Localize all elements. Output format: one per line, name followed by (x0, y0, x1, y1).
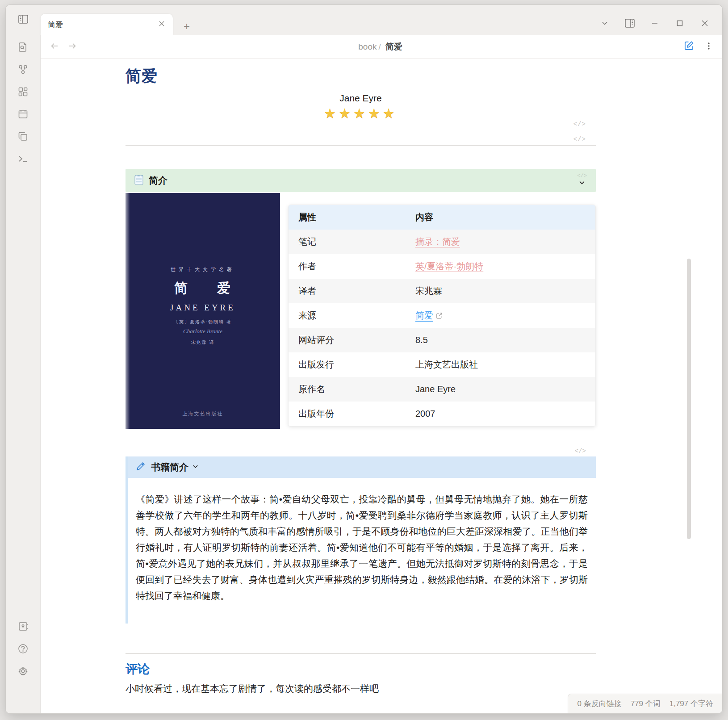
copy-pages-icon[interactable] (17, 131, 29, 142)
table-header-attribute: 属性 (298, 211, 415, 223)
table-row: 出版发行上海文艺出版社 (289, 352, 595, 377)
app-window: 简爱 + (5, 4, 723, 714)
table-row: 译者宋兆霖 (289, 279, 595, 303)
horizontal-rule (126, 145, 596, 146)
cover-publisher: 上海文艺出版社 (126, 410, 280, 417)
cover-title-en: JANE EYRE (126, 303, 280, 313)
summary-callout-title: 书籍简介 (151, 461, 188, 473)
safe-vault-icon[interactable] (17, 621, 29, 632)
more-menu-icon[interactable] (704, 42, 713, 52)
cover-tagline: 世界十大文学名著 (126, 266, 280, 273)
left-dock (6, 35, 41, 713)
tab-menu-chevron-icon[interactable] (599, 17, 611, 29)
vertical-scrollbar[interactable] (687, 259, 691, 539)
graph-view-icon[interactable] (17, 64, 29, 75)
collapse-chevron-icon[interactable] (192, 463, 199, 472)
tab-close-icon[interactable] (157, 19, 167, 30)
code-block-icon[interactable]: </> (573, 136, 586, 143)
word-count: 779 个词 (631, 699, 661, 709)
code-block-icon[interactable]: </> (577, 173, 587, 179)
flashcard-grid-icon[interactable] (17, 86, 29, 97)
calendar-icon[interactable] (17, 109, 29, 120)
summary-callout: 书籍简介 《简爱》讲述了这样一个故事：简•爱自幼父母双亡，投靠冷酷的舅母，但舅母… (126, 456, 596, 624)
tab-jane-eyre[interactable]: 简爱 (41, 14, 173, 35)
code-block-icon[interactable]: </> (573, 121, 586, 128)
breadcrumb[interactable]: book/简爱 (77, 41, 683, 53)
book-subtitle[interactable]: Jane Eyre (126, 93, 596, 104)
comments-heading[interactable]: 评论 (126, 661, 596, 677)
table-row: 出版年份2007 (289, 402, 595, 426)
terminal-icon[interactable] (17, 153, 29, 164)
book-summary-paragraph[interactable]: 《简爱》讲述了这样一个故事：简•爱自幼父母双亡，投靠冷酷的舅母，但舅母无情地抛弃… (136, 491, 588, 604)
page-title[interactable]: 简爱 (126, 66, 596, 87)
row-value: Jane Eyre (415, 384, 586, 394)
collapse-chevron-icon[interactable] (578, 179, 586, 188)
pencil-icon (136, 461, 146, 473)
tab-title: 简爱 (48, 20, 153, 30)
intro-callout: 简介 </> 世界 (126, 169, 596, 429)
row-label: 来源 (298, 310, 415, 322)
table-row: 网站评分8.5 (289, 328, 595, 352)
settings-gear-icon[interactable] (17, 666, 29, 677)
breadcrumb-current[interactable]: 简爱 (385, 42, 402, 51)
title-bar: 简爱 + (6, 5, 722, 35)
notepad-icon (134, 174, 144, 187)
edit-mode-icon[interactable] (683, 40, 695, 53)
maximize-button[interactable] (674, 17, 686, 29)
row-value: 摘录：简爱 (415, 236, 586, 248)
char-count: 1,797 个字符 (669, 699, 713, 709)
table-row: 笔记摘录：简爱 (289, 230, 595, 254)
title-attributes: Jane Eyre ★★★★★ </> </> (126, 93, 596, 121)
summary-callout-header[interactable]: 书籍简介 (128, 456, 596, 478)
intro-callout-title: 简介 (149, 174, 577, 187)
breadcrumb-separator: / (378, 42, 381, 51)
minimize-button[interactable] (649, 17, 661, 29)
row-label: 笔记 (298, 236, 415, 248)
breadcrumb-parent[interactable]: book (358, 42, 377, 51)
back-button[interactable] (50, 41, 59, 53)
editor-scroll-area[interactable]: 简爱 Jane Eyre ★★★★★ </> </> (41, 59, 722, 713)
table-header-content: 内容 (415, 211, 586, 223)
row-label: 网站评分 (298, 334, 415, 346)
tab-bar: 简爱 + (41, 5, 599, 35)
status-bar: 0 条反向链接 779 个词 1,797 个字符 (568, 694, 722, 713)
row-value: 英/夏洛蒂·勃朗特 (415, 260, 586, 272)
row-label: 译者 (298, 285, 415, 297)
cover-author-en: Charlotte Bronte (126, 328, 280, 335)
file-tree-icon[interactable] (17, 42, 29, 53)
window-controls (599, 5, 722, 35)
table-header-row: 属性 内容 (289, 205, 595, 230)
table-row: 原作名Jane Eyre (289, 377, 595, 402)
cover-translator: 宋兆霖 译 (126, 339, 280, 346)
dock-panel-icon[interactable] (624, 17, 636, 29)
intro-callout-header[interactable]: 简介 </> (126, 169, 596, 192)
block-ref-link[interactable]: 英/夏洛蒂·勃朗特 (415, 261, 483, 271)
sidebar-toggle-icon[interactable] (17, 13, 29, 27)
row-label: 出版年份 (298, 408, 415, 420)
help-icon[interactable] (17, 643, 29, 654)
table-row: 来源简爱 (289, 303, 595, 328)
horizontal-rule (126, 653, 596, 654)
external-link-icon (433, 310, 443, 320)
external-link[interactable]: 简爱 (415, 310, 433, 320)
row-value: 2007 (415, 409, 586, 419)
row-value: 上海文艺出版社 (415, 359, 586, 371)
forward-button[interactable] (67, 41, 77, 53)
star-rating[interactable]: ★★★★★ (126, 105, 596, 121)
row-label: 出版发行 (298, 359, 415, 371)
close-window-button[interactable] (699, 17, 711, 29)
attributes-table: 属性 内容 笔记摘录：简爱作者英/夏洛蒂·勃朗特译者宋兆霖来源简爱网站评分8.5… (288, 205, 596, 427)
row-value: 简爱 (415, 310, 586, 322)
row-label: 原作名 (298, 383, 415, 395)
backlinks-count[interactable]: 0 条反向链接 (577, 699, 621, 709)
block-ref-link[interactable]: 摘录：简爱 (415, 237, 460, 247)
editor-toolbar: book/简爱 (41, 35, 722, 59)
table-row: 作者英/夏洛蒂·勃朗特 (289, 254, 595, 279)
new-tab-button[interactable]: + (180, 20, 193, 35)
code-block-icon[interactable]: </> (575, 448, 586, 455)
row-value: 宋兆霖 (415, 285, 586, 297)
cover-author-cn: 〔英〕夏洛蒂·勃朗特 著 (126, 319, 280, 325)
row-value: 8.5 (415, 335, 586, 345)
comment-text[interactable]: 小时候看过，现在基本忘了剧情了，每次读的感受都不一样吧 (126, 682, 596, 695)
book-cover-image[interactable]: 世界十大文学名著 简 爱 JANE EYRE 〔英〕夏洛蒂·勃朗特 著 Char… (126, 193, 280, 429)
